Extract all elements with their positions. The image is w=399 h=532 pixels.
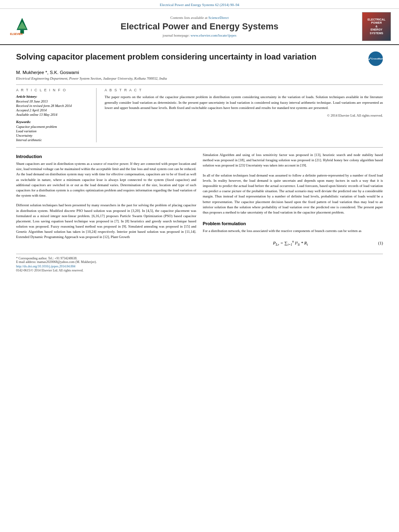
affiliation: Electrical Engineering Department, Power… — [16, 76, 383, 80]
body-left-column: Introduction Shunt capacitors are used i… — [16, 152, 196, 248]
journal-center-info: Contents lists available at ScienceDirec… — [40, 16, 359, 37]
corresponding-author-note: * Corresponding author. Tel.: +91 973424… — [16, 257, 383, 260]
sciencedirect-label: Contents lists available at ScienceDirec… — [40, 16, 359, 20]
svg-text:ELSEVIER: ELSEVIER — [10, 33, 23, 35]
crossmark-badge[interactable]: ✓CrossMark — [368, 51, 383, 66]
equation-formula: PLr = ∑i=1n I²li * Ri — [273, 240, 308, 245]
doi-link[interactable]: http://dx.doi.org/10.1016/j.ijepes.2014.… — [16, 265, 383, 268]
journal-title: Electrical Power and Energy Systems — [40, 21, 359, 32]
keyword-4: Interval arithmetic — [16, 138, 90, 142]
journal-header: ELSEVIER Contents lists available at Sci… — [0, 9, 399, 45]
journal-reference-link[interactable]: Electrical Power and Energy Systems 62 (… — [160, 3, 239, 7]
equation-1: PLr = ∑i=1n I²li * Ri (1) — [203, 238, 383, 248]
elsevier-logo: ELSEVIER — [8, 16, 40, 37]
received-date: Received 18 June 2013 — [16, 99, 90, 103]
keyword-2: Load variation — [16, 129, 90, 133]
equation-number: (1) — [378, 241, 383, 245]
problem-formulation-heading: Problem formulation — [203, 221, 383, 226]
body-columns: Introduction Shunt capacitors are used i… — [16, 152, 383, 248]
available-date: Available online 13 May 2014 — [16, 113, 90, 117]
article-info-label: A R T I C L E I N F O — [16, 88, 90, 92]
footer: * Corresponding author. Tel.: +91 973424… — [16, 254, 383, 272]
journal-cover: ELECTRICALPOWER&ENERGYSYSTEMS — [359, 12, 391, 41]
top-journal-bar: Electrical Power and Energy Systems 62 (… — [0, 0, 399, 9]
author-email[interactable]: mamas2020068@yahoo.com (M. Mukherjee). — [37, 260, 97, 264]
keywords-label: Keywords: — [16, 120, 90, 124]
paper-title-section: Solving capacitor placement problem cons… — [16, 51, 383, 66]
copyright: © 2014 Elsevier Ltd. All rights reserved… — [105, 113, 383, 117]
journal-cover-box: ELECTRICALPOWER&ENERGYSYSTEMS — [362, 12, 391, 41]
accepted-date: Accepted 2 April 2014 — [16, 108, 90, 112]
article-history-label: Article history: — [16, 94, 90, 99]
abstract-section: A B S T R A C T The paper reports on the… — [105, 88, 383, 142]
article-info: A R T I C L E I N F O Article history: R… — [16, 88, 97, 142]
introduction-para2: Different solution techniques had been p… — [16, 203, 196, 240]
introduction-para1: Shunt capacitors are used in distributio… — [16, 161, 196, 198]
homepage-info: journal homepage: www.elsevier.com/locat… — [40, 33, 359, 37]
introduction-para3: In all of the solution techniques load d… — [203, 173, 383, 216]
footer-copyright: 0142-0615/© 2014 Elsevier Ltd. All right… — [16, 269, 383, 272]
abstract-text: The paper reports on the solution of the… — [105, 94, 383, 111]
revised-date: Received in revised form 28 March 2014 — [16, 104, 90, 108]
problem-formulation-text: For a distribution network, the loss ass… — [203, 228, 383, 234]
sciencedirect-link[interactable]: ScienceDirect — [208, 16, 228, 20]
abstract-label: A B S T R A C T — [105, 88, 383, 92]
keyword-3: Uncertainty — [16, 134, 90, 138]
divider-1 — [16, 84, 383, 85]
keyword-1: Capacitor placement problem — [16, 125, 90, 129]
introduction-para2-cont: Simulation Algorithm and using of loss s… — [203, 152, 383, 168]
divider-2 — [16, 147, 383, 148]
cover-title: ELECTRICALPOWER&ENERGYSYSTEMS — [368, 18, 385, 35]
homepage-url[interactable]: www.elsevier.com/locate/ijepes — [191, 33, 237, 37]
crossmark-icon: ✓CrossMark — [368, 51, 383, 66]
authors: M. Mukherjee *, S.K. Goswami — [16, 70, 383, 75]
introduction-heading: Introduction — [16, 154, 196, 159]
body-right-column: Simulation Algorithm and using of loss s… — [203, 152, 383, 248]
article-info-abstract: A R T I C L E I N F O Article history: R… — [16, 88, 383, 142]
email-note: E-mail address: mamas2020068@yahoo.com (… — [16, 260, 383, 264]
main-content: Solving capacitor placement problem cons… — [0, 45, 399, 280]
paper-title: Solving capacitor placement problem cons… — [16, 51, 364, 62]
